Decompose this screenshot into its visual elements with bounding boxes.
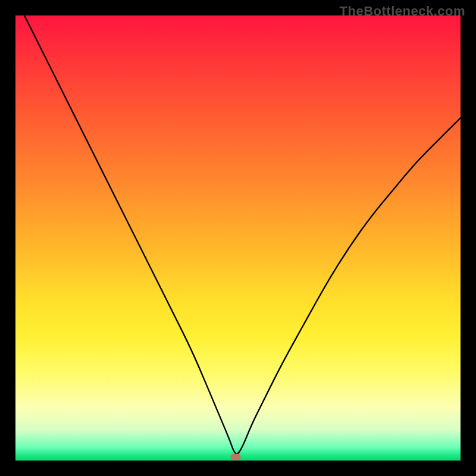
plot-area	[15, 15, 461, 461]
chart-frame: TheBottleneck.com	[0, 0, 476, 476]
curve-svg	[15, 15, 461, 461]
curve-path	[24, 15, 461, 454]
min-marker	[231, 454, 241, 461]
watermark-text: TheBottleneck.com	[340, 4, 465, 19]
